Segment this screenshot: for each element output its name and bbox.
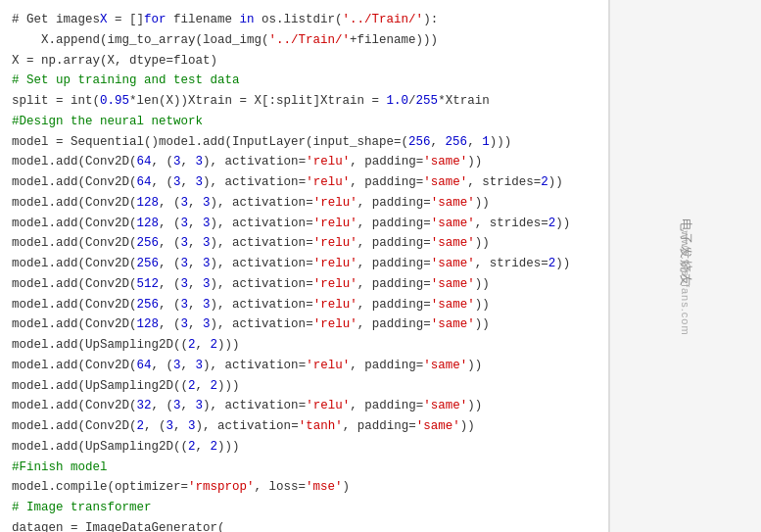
code-panel: # Get imagesX = []for filename in os.lis… bbox=[0, 0, 609, 532]
code-line: model.add(Conv2D(128, (3, 3), activation… bbox=[0, 314, 608, 335]
code-line: model.add(Conv2D(256, (3, 3), activation… bbox=[0, 233, 608, 254]
watermark-sidebar: 电子发烧友 www.elecfans.com bbox=[609, 0, 761, 532]
code-line: split = int(0.95*len(X))Xtrain = X[:spli… bbox=[0, 91, 608, 112]
code-line: # Get imagesX = []for filename in os.lis… bbox=[0, 10, 608, 30]
code-line-comment: #Finish model bbox=[0, 458, 608, 478]
comment: # Get images bbox=[12, 13, 100, 26]
code-line: X.append(img_to_array(load_img('../Train… bbox=[0, 30, 608, 51]
code-line-comment: # Set up training and test data bbox=[0, 71, 608, 91]
watermark-url: www.elecfans.com bbox=[680, 230, 691, 335]
code-line: model.add(Conv2D(512, (3, 3), activation… bbox=[0, 274, 608, 295]
code-line: model.add(UpSampling2D((2, 2))) bbox=[0, 335, 608, 356]
code-line: datagen = ImageDataGenerator( bbox=[0, 518, 608, 532]
code-line: model.add(Conv2D(128, (3, 3), activation… bbox=[0, 193, 608, 214]
code-line: model.add(Conv2D(2, (3, 3), activation='… bbox=[0, 416, 608, 437]
code-line: model.add(UpSampling2D((2, 2))) bbox=[0, 376, 608, 397]
code-line: model.add(UpSampling2D((2, 2))) bbox=[0, 437, 608, 458]
code-line: model.add(Conv2D(64, (3, 3), activation=… bbox=[0, 172, 608, 193]
code-line: model.add(Conv2D(64, (3, 3), activation=… bbox=[0, 356, 608, 376]
code-line-comment: #Design the neural network bbox=[0, 112, 608, 132]
code-line: model = Sequential()model.add(InputLayer… bbox=[0, 132, 608, 153]
code-line-comment: # Image transformer bbox=[0, 498, 608, 518]
code-line: model.add(Conv2D(256, (3, 3), activation… bbox=[0, 254, 608, 274]
code-line: model.add(Conv2D(256, (3, 3), activation… bbox=[0, 295, 608, 315]
code-line: model.add(Conv2D(32, (3, 3), activation=… bbox=[0, 396, 608, 416]
code-line: model.add(Conv2D(128, (3, 3), activation… bbox=[0, 214, 608, 234]
main-container: # Get imagesX = []for filename in os.lis… bbox=[0, 0, 761, 532]
code-line: X = np.array(X, dtype=float) bbox=[0, 51, 608, 72]
code-line: model.compile(optimizer='rmsprop', loss=… bbox=[0, 477, 608, 498]
code-line: model.add(Conv2D(64, (3, 3), activation=… bbox=[0, 152, 608, 172]
